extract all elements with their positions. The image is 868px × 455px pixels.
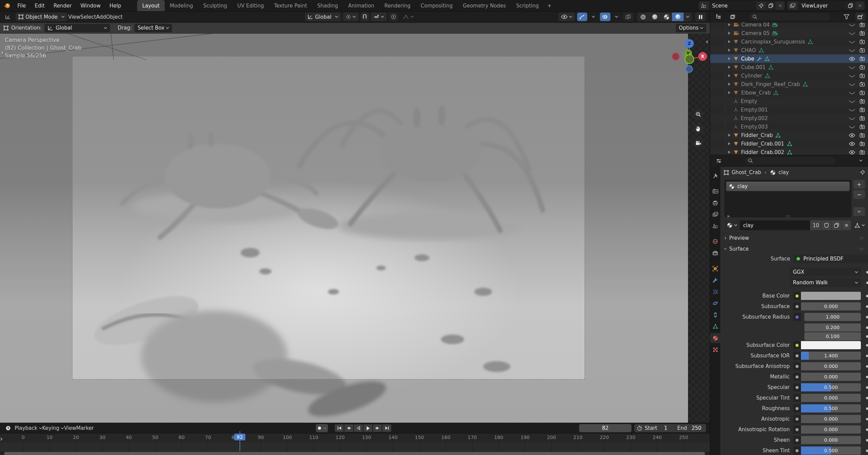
socket-icon[interactable]: [793, 373, 801, 381]
distribution-dropdown[interactable]: GGX: [790, 268, 861, 276]
socket-icon[interactable]: [793, 436, 801, 444]
expand-arrow-icon[interactable]: [728, 32, 733, 35]
show-gizmo-toggle[interactable]: [577, 13, 587, 21]
render-disabled-icon[interactable]: [859, 39, 865, 44]
expand-arrow-icon[interactable]: [728, 142, 733, 145]
workspace-tab-rendering[interactable]: Rendering: [379, 0, 416, 11]
surface-shader-button[interactable]: Principled BSDF: [793, 254, 868, 263]
object-visibility-dropdown[interactable]: [558, 13, 575, 21]
object-name[interactable]: Fiddler_Crab.001: [741, 141, 784, 147]
breadcrumb-object[interactable]: Ghost_Crab: [732, 169, 761, 175]
eye-open-icon[interactable]: [849, 133, 855, 137]
properties-options-chevron[interactable]: [856, 156, 865, 165]
keyframe-dot[interactable]: [866, 282, 868, 284]
menu-file[interactable]: File: [13, 3, 30, 9]
users-count-button[interactable]: 10: [810, 220, 821, 230]
material-slot-item[interactable]: clay: [726, 182, 850, 191]
panel-preview[interactable]: › Preview: [720, 232, 868, 243]
viewport-menu-select[interactable]: Select: [80, 14, 96, 20]
object-name[interactable]: Empty.001: [741, 107, 768, 113]
properties-tab-world[interactable]: [710, 236, 720, 247]
value-slider[interactable]: 0.000: [801, 415, 861, 423]
properties-tab-objectdata[interactable]: [710, 321, 720, 332]
zoom-button[interactable]: [693, 109, 704, 120]
eye-closed-icon[interactable]: [849, 66, 855, 69]
pause-render-button[interactable]: [695, 13, 706, 21]
outliner-item-cube-001[interactable]: Cube.001: [710, 63, 868, 71]
keyframe-dot[interactable]: [866, 344, 868, 347]
workspace-tab-layout[interactable]: Layout: [137, 0, 165, 11]
render-enabled-icon[interactable]: [859, 141, 865, 146]
eye-closed-icon[interactable]: [849, 74, 855, 78]
outliner-item-empty-003[interactable]: Empty.003: [710, 122, 868, 131]
editor-type-timeline-icon[interactable]: [3, 424, 14, 433]
outliner-item-fiddler-crab-002[interactable]: Fiddler_Crab.002: [710, 148, 868, 155]
socket-icon[interactable]: [793, 415, 801, 423]
timeline-menu-playback[interactable]: Playback: [15, 425, 42, 431]
workspace-tab-compositing[interactable]: Compositing: [415, 0, 458, 11]
value-slider[interactable]: 0.000: [801, 436, 861, 444]
expand-arrow-icon[interactable]: [728, 66, 733, 69]
xray-toggle[interactable]: [623, 13, 634, 21]
eye-closed-icon[interactable]: [849, 91, 855, 95]
options-button[interactable]: Options: [676, 24, 706, 32]
outliner-item-elbow-crab[interactable]: Elbow_Crab: [710, 88, 868, 97]
render-disabled-icon[interactable]: [859, 90, 865, 95]
object-name[interactable]: Fiddler_Crab: [741, 132, 773, 138]
pan-button[interactable]: [693, 123, 704, 134]
outliner-item-cube[interactable]: Cube: [710, 54, 868, 63]
keyframe-dot[interactable]: [866, 376, 868, 378]
material-slot-list[interactable]: clay ▸: [724, 180, 851, 217]
filter-dropdown[interactable]: [841, 13, 852, 21]
socket-icon[interactable]: [793, 362, 801, 370]
viewlayer-name[interactable]: ViewLayer: [798, 1, 846, 10]
snap-settings-dropdown[interactable]: [371, 13, 387, 21]
outliner-item-carcinoplax-suruguensis[interactable]: Carcinoplax_Suruguensis: [710, 37, 868, 46]
value-slider[interactable]: 0.000: [801, 302, 861, 310]
add-slot-button[interactable]: +: [853, 180, 865, 189]
auto-keyframe-button[interactable]: [316, 424, 328, 432]
properties-tab-viewlayer[interactable]: [710, 209, 720, 219]
value-slider[interactable]: 1.400: [801, 352, 861, 360]
outliner-item-empty[interactable]: Empty: [710, 97, 868, 105]
scene-browse-icon[interactable]: [699, 1, 709, 10]
object-name[interactable]: Camera 05: [741, 30, 770, 36]
object-name[interactable]: Camera 04: [741, 22, 770, 28]
properties-tab-texture[interactable]: [710, 344, 720, 355]
value-slider[interactable]: 0.500: [801, 404, 861, 412]
expand-arrow-icon[interactable]: [728, 134, 733, 137]
eye-closed-icon[interactable]: [849, 117, 855, 120]
shading-wireframe-button[interactable]: [637, 13, 649, 21]
render-enabled-icon[interactable]: [859, 31, 865, 36]
delete-scene-icon[interactable]: ✕: [776, 1, 785, 10]
eye-closed-icon[interactable]: [849, 83, 855, 86]
mesh-data-link-icon[interactable]: [854, 223, 860, 228]
workspace-tab-shading[interactable]: Shading: [312, 0, 343, 11]
value-slider[interactable]: 0.500: [801, 446, 861, 455]
add-workspace-button[interactable]: +: [544, 3, 555, 9]
value-slider[interactable]: 0.000: [801, 362, 861, 370]
properties-tab-scene[interactable]: [710, 221, 720, 231]
keyframe-dot[interactable]: [866, 355, 868, 357]
properties-tab-modifiers[interactable]: [710, 275, 720, 285]
keyframe-dot[interactable]: [866, 271, 868, 273]
socket-icon[interactable]: [793, 446, 801, 455]
show-overlays-toggle[interactable]: [600, 13, 610, 21]
keyframe-dot[interactable]: [866, 386, 868, 389]
gizmo-axis-x-neg[interactable]: [672, 52, 680, 61]
end-frame-field[interactable]: 250: [690, 425, 703, 431]
workspace-tab-modeling[interactable]: Modeling: [165, 0, 198, 11]
keyframe-dot[interactable]: [866, 326, 868, 329]
render-disabled-icon[interactable]: [859, 48, 865, 53]
sidebar-expand-chevron[interactable]: ‹: [706, 37, 708, 46]
remove-slot-button[interactable]: −: [853, 190, 865, 199]
grip-dots[interactable]: [859, 246, 864, 251]
new-scene-icon[interactable]: [766, 1, 776, 10]
pivot-point-dropdown[interactable]: [343, 13, 359, 21]
keyframe-dot[interactable]: [866, 305, 868, 308]
value-slider[interactable]: 0.000: [801, 394, 861, 402]
vector-field[interactable]: 1.000: [804, 313, 861, 321]
object-name[interactable]: Elbow_Crab: [741, 90, 771, 96]
properties-tab-object[interactable]: [710, 264, 720, 274]
properties-tab-output[interactable]: [710, 198, 720, 208]
